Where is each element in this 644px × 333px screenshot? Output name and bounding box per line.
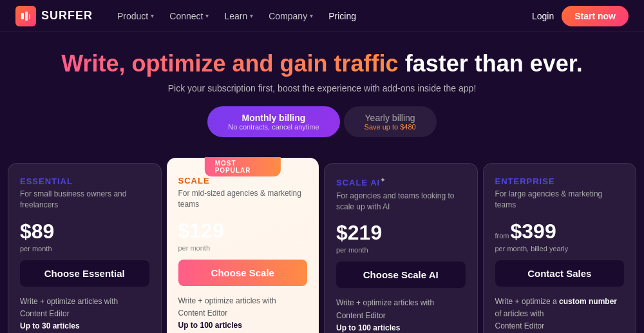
hero-subtitle: Pick your subscription first, boost the … [13,83,631,93]
billing-toggle: Monthly billing No contracts, cancel any… [13,106,631,137]
scale-ai-plan-desc: For agencies and teams looking to scale … [336,191,466,213]
chevron-down-icon: ▾ [310,12,313,19]
scale-period: per month [178,244,308,252]
contact-sales-button[interactable]: Contact Sales [495,260,625,287]
nav-connect[interactable]: Connect ▾ [163,7,215,25]
nav-company[interactable]: Company ▾ [262,7,319,25]
nav-actions: Login Start now [532,6,629,26]
essential-price-row: $89 [20,220,149,243]
essential-price: $89 [20,220,54,243]
enterprise-plan-name: ENTERPRISE [495,176,625,186]
ai-star-icon: ✦ [380,176,386,184]
logo[interactable]: SURFER [15,6,93,26]
chevron-down-icon: ▾ [151,12,154,19]
scale-plan-desc: For mid-sized agencies & marketing teams [178,188,308,210]
logo-text: SURFER [41,9,93,23]
scale-ai-period: per month [336,246,466,254]
choose-scale-ai-button[interactable]: Choose Scale AI [336,262,466,288]
navigation: SURFER Product ▾ Connect ▾ Learn ▾ Compa… [0,0,644,32]
pricing-cards: ESSENTIAL For small business owners and … [0,163,644,333]
scale-ai-price: $219 [336,221,382,245]
scale-ai-price-row: $219 [336,221,466,245]
choose-essential-button[interactable]: Choose Essential [20,260,149,287]
essential-plan-name: ESSENTIAL [20,176,149,186]
scale-features: Write + optimize articles with Content E… [178,295,308,332]
enterprise-from-label: from [495,232,509,240]
essential-period: per month [20,245,149,252]
hero-title: Write, optimize and gain traffic faster … [13,50,631,77]
enterprise-plan-desc: For large agencies & marketing teams [495,189,625,211]
enterprise-period: per month, billed yearly [495,245,625,252]
login-button[interactable]: Login [532,11,554,21]
chevron-down-icon: ▾ [205,12,209,19]
nav-product[interactable]: Product ▾ [111,7,160,25]
svg-rect-1 [25,12,28,21]
most-popular-badge: MOST POPULAR [205,157,281,176]
scale-ai-card: SCALE AI✦ For agencies and teams looking… [324,163,478,333]
logo-icon [15,6,36,26]
essential-plan-desc: For small business owners and freelancer… [20,189,149,211]
nav-pricing[interactable]: Pricing [322,7,363,25]
enterprise-price: $399 [511,220,556,243]
essential-card: ESSENTIAL For small business owners and … [8,163,162,333]
scale-ai-features: Write + optimize articles with Content E… [336,297,466,333]
monthly-billing-option[interactable]: Monthly billing No contracts, cancel any… [207,106,339,137]
scale-plan-name: SCALE [178,176,308,186]
start-now-button[interactable]: Start now [562,6,629,26]
enterprise-price-row: from $399 [495,220,625,243]
scale-card: MOST POPULAR SCALE For mid-sized agencie… [167,158,319,333]
choose-scale-button[interactable]: Choose Scale [178,260,308,286]
svg-rect-2 [29,14,30,19]
nav-learn[interactable]: Learn ▾ [218,7,260,25]
svg-rect-0 [21,13,24,19]
enterprise-card: ENTERPRISE For large agencies & marketin… [483,163,637,333]
scale-ai-plan-name: SCALE AI✦ [336,176,466,187]
yearly-billing-option[interactable]: Yearly billing Save up to $480 [344,106,437,137]
chevron-down-icon: ▾ [250,12,253,19]
essential-features: Write + optimize articles with Content E… [20,296,149,333]
scale-price: $129 [178,219,224,243]
nav-links: Product ▾ Connect ▾ Learn ▾ Company ▾ Pr… [111,7,532,25]
enterprise-features: Write + optimize a custom number of arti… [495,296,625,333]
hero-section: Write, optimize and gain traffic faster … [0,32,644,163]
scale-price-row: $129 [178,219,308,243]
